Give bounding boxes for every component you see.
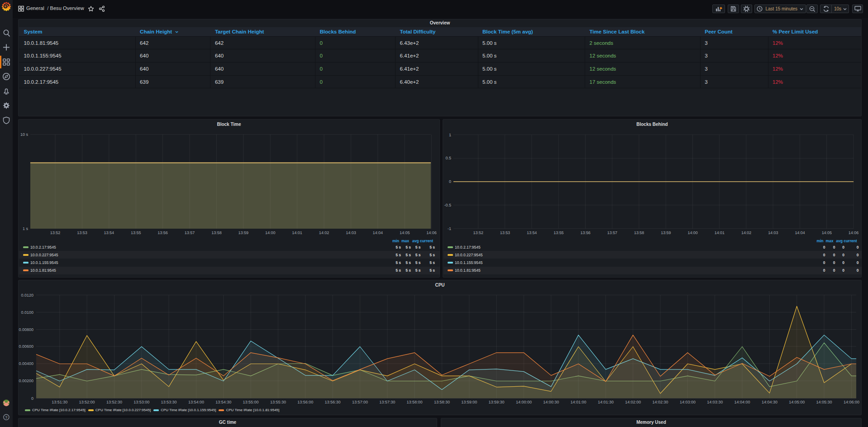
svg-text:0.0120: 0.0120: [21, 293, 33, 297]
svg-text:0.00600: 0.00600: [19, 344, 33, 349]
svg-text:13:56:30: 13:56:30: [325, 400, 341, 404]
svg-text:13:55:30: 13:55:30: [270, 400, 286, 404]
svg-text:14:01:00: 14:01:00: [571, 400, 587, 404]
svg-text:14:01:30: 14:01:30: [598, 400, 614, 404]
svg-text:0.00200: 0.00200: [19, 379, 33, 383]
svg-text:13:54:30: 13:54:30: [215, 400, 231, 404]
svg-text:14:02:00: 14:02:00: [625, 400, 641, 404]
svg-text:13:58:30: 13:58:30: [434, 400, 450, 404]
svg-text:13:59:30: 13:59:30: [489, 400, 505, 404]
svg-text:14:03:30: 14:03:30: [707, 400, 723, 404]
svg-text:13:59:00: 13:59:00: [461, 400, 477, 404]
svg-text:13:51:30: 13:51:30: [52, 400, 67, 404]
svg-text:0.00800: 0.00800: [19, 327, 33, 332]
svg-text:0.0100: 0.0100: [21, 310, 33, 315]
svg-text:0: 0: [31, 396, 33, 401]
svg-text:13:54:00: 13:54:00: [188, 400, 204, 404]
svg-text:14:00:30: 14:00:30: [543, 400, 559, 404]
svg-text:13:52:30: 13:52:30: [106, 400, 122, 404]
svg-text:13:52:00: 13:52:00: [79, 400, 95, 404]
svg-text:13:57:00: 13:57:00: [352, 400, 368, 404]
svg-text:13:53:00: 13:53:00: [134, 400, 149, 404]
svg-text:14:00:00: 14:00:00: [516, 400, 532, 404]
svg-text:13:53:30: 13:53:30: [161, 400, 177, 404]
svg-text:13:55:00: 13:55:00: [243, 400, 259, 404]
svg-text:14:02:30: 14:02:30: [653, 400, 668, 404]
svg-text:14:04:30: 14:04:30: [762, 400, 777, 404]
svg-text:13:56:00: 13:56:00: [297, 400, 313, 404]
svg-text:14:06:00: 14:06:00: [844, 400, 859, 404]
svg-text:14:05:30: 14:05:30: [816, 400, 832, 404]
svg-text:13:57:30: 13:57:30: [379, 400, 395, 404]
svg-text:13:58:00: 13:58:00: [407, 400, 423, 404]
svg-text:14:05:00: 14:05:00: [789, 400, 805, 404]
svg-text:14:04:00: 14:04:00: [734, 400, 750, 404]
svg-text:0.00400: 0.00400: [19, 361, 33, 366]
svg-text:14:03:00: 14:03:00: [680, 400, 696, 404]
